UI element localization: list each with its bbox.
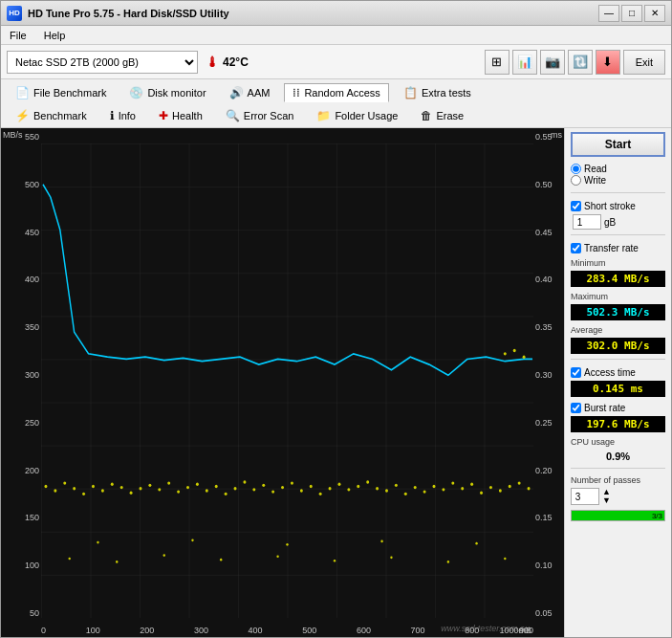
content-area: MB/s ms 550 500 450 400 350 300 250 200 … bbox=[1, 128, 671, 637]
tab-extra-tests[interactable]: 📋 Extra tests bbox=[395, 83, 480, 102]
main-window: HD HD Tune Pro 5.75 - Hard Disk/SSD Util… bbox=[0, 0, 672, 638]
svg-point-9 bbox=[111, 483, 114, 486]
chart-inner bbox=[41, 143, 533, 618]
random-access-icon: ⁞⁞ bbox=[293, 86, 300, 99]
toolbar-btn-5[interactable]: ⬇ bbox=[596, 50, 620, 75]
passes-input[interactable] bbox=[571, 488, 599, 505]
short-stroke-input[interactable] bbox=[573, 214, 601, 230]
svg-point-13 bbox=[148, 484, 151, 487]
svg-point-24 bbox=[252, 488, 255, 491]
tab-aam[interactable]: 🔊 AAM bbox=[221, 83, 279, 102]
svg-point-38 bbox=[385, 489, 388, 492]
svg-point-22 bbox=[234, 487, 237, 490]
short-stroke-checkbox-label[interactable]: Short stroke bbox=[571, 201, 665, 211]
toolbar-btn-2[interactable]: 📊 bbox=[512, 50, 537, 75]
svg-point-18 bbox=[196, 483, 199, 486]
svg-point-30 bbox=[310, 485, 313, 488]
svg-point-25 bbox=[262, 484, 265, 487]
svg-point-40 bbox=[404, 493, 407, 495]
short-stroke-row: gB bbox=[573, 214, 665, 230]
svg-point-46 bbox=[461, 487, 464, 490]
maximize-button[interactable]: □ bbox=[621, 5, 642, 22]
svg-point-67 bbox=[475, 542, 477, 545]
aam-icon: 🔊 bbox=[229, 86, 244, 99]
minimize-button[interactable]: — bbox=[598, 5, 619, 22]
chart-svg bbox=[41, 143, 533, 618]
disk-monitor-icon: 💿 bbox=[129, 86, 143, 99]
burst-rate-checkbox-label[interactable]: Burst rate bbox=[571, 403, 665, 413]
menu-help[interactable]: Help bbox=[41, 29, 69, 42]
svg-point-62 bbox=[504, 558, 506, 561]
temperature-value: 42°C bbox=[223, 55, 249, 69]
tab-file-benchmark[interactable]: 📄 File Benchmark bbox=[7, 83, 115, 102]
start-button[interactable]: Start bbox=[571, 132, 665, 157]
exit-button[interactable]: Exit bbox=[623, 50, 665, 75]
write-radio[interactable] bbox=[571, 175, 581, 186]
svg-point-23 bbox=[243, 480, 246, 483]
progress-bar: 3/3 bbox=[571, 510, 665, 521]
svg-point-35 bbox=[357, 485, 359, 488]
passes-spinner[interactable]: ▲▼ bbox=[602, 488, 611, 505]
svg-point-68 bbox=[504, 352, 507, 355]
tab-erase[interactable]: 🗑 Erase bbox=[412, 106, 472, 125]
svg-point-31 bbox=[319, 493, 322, 495]
read-write-radio-group: Read Write bbox=[571, 164, 665, 186]
average-label: Average bbox=[571, 325, 665, 335]
svg-point-10 bbox=[120, 486, 123, 489]
svg-point-57 bbox=[220, 559, 222, 561]
svg-point-39 bbox=[395, 484, 398, 487]
health-icon: ✚ bbox=[159, 109, 168, 122]
drive-select[interactable]: Netac SSD 2TB (2000 gB) bbox=[7, 51, 198, 74]
svg-point-16 bbox=[177, 490, 180, 493]
short-stroke-checkbox[interactable] bbox=[571, 201, 581, 211]
menu-file[interactable]: File bbox=[7, 29, 30, 42]
svg-point-5 bbox=[73, 487, 76, 490]
burst-rate-checkbox[interactable] bbox=[571, 403, 581, 413]
nav-row-2: ⚡ Benchmark ℹ Info ✚ Health 🔍 Error Scan… bbox=[7, 104, 665, 127]
passes-row: ▲▼ bbox=[571, 488, 665, 505]
svg-point-45 bbox=[451, 481, 454, 484]
svg-point-55 bbox=[116, 561, 118, 563]
write-radio-label[interactable]: Write bbox=[571, 175, 665, 186]
tab-disk-monitor[interactable]: 💿 Disk monitor bbox=[120, 83, 214, 102]
transfer-rate-checkbox[interactable] bbox=[571, 243, 581, 253]
cpu-value: 0.9% bbox=[571, 450, 665, 463]
svg-point-44 bbox=[442, 488, 444, 491]
toolbar-btn-3[interactable]: 📷 bbox=[540, 50, 565, 75]
divider-4 bbox=[571, 468, 665, 469]
svg-point-59 bbox=[334, 560, 336, 562]
access-time-checkbox-label[interactable]: Access time bbox=[571, 367, 665, 378]
tab-random-access[interactable]: ⁞⁞ Random Access bbox=[284, 83, 388, 102]
error-scan-icon: 🔍 bbox=[226, 109, 240, 122]
tab-error-scan[interactable]: 🔍 Error Scan bbox=[217, 106, 303, 125]
window-title: HD Tune Pro 5.75 - Hard Disk/SSD Utility bbox=[28, 8, 229, 19]
svg-point-17 bbox=[186, 486, 189, 489]
svg-point-58 bbox=[276, 555, 278, 558]
erase-icon: 🗑 bbox=[421, 109, 432, 122]
read-radio-label[interactable]: Read bbox=[571, 164, 665, 174]
svg-point-4 bbox=[63, 481, 66, 484]
divider-3 bbox=[571, 359, 665, 360]
tab-health[interactable]: ✚ Health bbox=[150, 106, 211, 125]
tab-info[interactable]: ℹ Info bbox=[101, 106, 144, 125]
svg-point-33 bbox=[337, 483, 340, 486]
transfer-rate-checkbox-label[interactable]: Transfer rate bbox=[571, 243, 665, 253]
tab-benchmark[interactable]: ⚡ Benchmark bbox=[7, 106, 96, 125]
svg-point-7 bbox=[92, 485, 95, 488]
file-benchmark-icon: 📄 bbox=[15, 86, 30, 99]
close-button[interactable]: ✕ bbox=[644, 5, 665, 22]
svg-point-64 bbox=[191, 539, 193, 541]
toolbar-btn-1[interactable]: ⊞ bbox=[485, 50, 509, 75]
tab-folder-usage[interactable]: 📁 Folder Usage bbox=[308, 106, 406, 125]
info-icon: ℹ bbox=[110, 109, 115, 122]
svg-point-65 bbox=[286, 543, 288, 546]
toolbar-btn-4[interactable]: 🔃 bbox=[568, 50, 593, 75]
read-radio[interactable] bbox=[571, 164, 581, 174]
folder-usage-icon: 📁 bbox=[316, 109, 331, 122]
cpu-label: CPU usage bbox=[571, 437, 665, 447]
progress-label: 3/3 bbox=[652, 512, 662, 520]
divider-1 bbox=[571, 192, 665, 193]
access-time-checkbox[interactable] bbox=[571, 367, 581, 378]
side-panel: Start Read Write Short stroke gB bbox=[564, 128, 671, 637]
benchmark-icon: ⚡ bbox=[15, 109, 30, 122]
